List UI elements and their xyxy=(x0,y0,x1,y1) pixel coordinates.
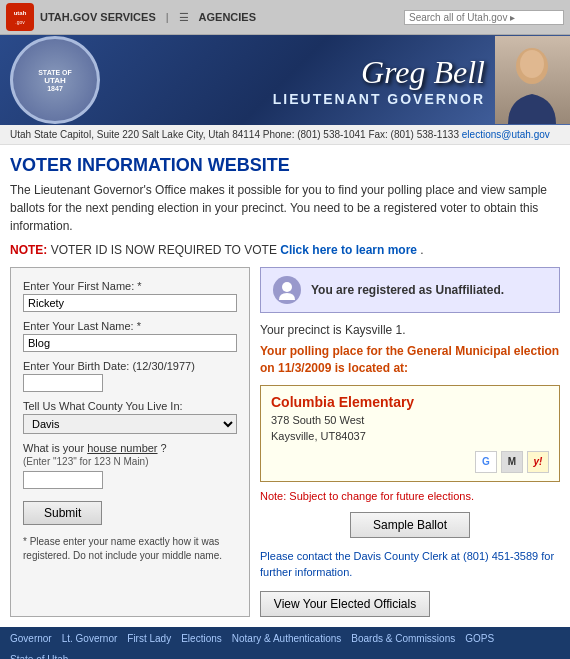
governor-silhouette xyxy=(500,44,565,124)
form-note: * Please enter your name exactly how it … xyxy=(23,535,237,563)
form-panel: Enter Your First Name: * Enter Your Last… xyxy=(10,267,250,617)
footer-lt-governor-link[interactable]: Lt. Governor xyxy=(62,633,118,644)
search-box[interactable] xyxy=(404,10,564,25)
clerk-info: Please contact the Davis County Clerk at… xyxy=(260,548,560,581)
services-link[interactable]: UTAH.GOV SERVICES xyxy=(40,11,156,24)
county-label: Tell Us What County You Live In: xyxy=(23,400,237,412)
school-name: Columbia Elementary xyxy=(271,394,549,410)
title-area: Greg Bell LIEUTENANT GOVERNOR xyxy=(100,54,495,107)
agencies-icon: ☰ xyxy=(179,11,189,24)
svg-rect-0 xyxy=(6,3,34,31)
governor-name: Greg Bell xyxy=(100,54,485,91)
user-icon xyxy=(273,276,301,304)
footer-governor-link[interactable]: Governor xyxy=(10,633,52,644)
house-number-underline: house number xyxy=(87,442,157,454)
house-number-label: What is your house number ? xyxy=(23,442,237,454)
address-line1: 378 South 50 West xyxy=(271,412,549,429)
utah-logo: utah .gov xyxy=(6,3,34,31)
note-period: . xyxy=(420,243,423,257)
learn-more-link[interactable]: Click here to learn more xyxy=(280,243,417,257)
house-number-suffix: ? xyxy=(161,442,167,454)
governor-photo xyxy=(495,36,570,124)
sample-ballot-button[interactable]: Sample Ballot xyxy=(350,512,470,538)
user-silhouette xyxy=(277,280,297,300)
submit-button[interactable]: Submit xyxy=(23,501,102,525)
polling-description: Your polling place for the General Munic… xyxy=(260,343,560,377)
precinct-line: Your precinct is Kaysville 1. xyxy=(260,323,560,337)
footer-state-link[interactable]: State of Utah xyxy=(10,654,68,659)
footer-elections-link[interactable]: Elections xyxy=(181,633,222,644)
nav-links: UTAH.GOV SERVICES | ☰ AGENCIES xyxy=(40,11,404,24)
first-name-label: Enter Your First Name: * xyxy=(23,280,237,292)
last-name-input[interactable] xyxy=(23,334,237,352)
utah-seal: STATE OF UTAH 1847 xyxy=(10,36,100,124)
view-officials-button[interactable]: View Your Elected Officials xyxy=(260,591,430,617)
svg-point-5 xyxy=(282,282,292,292)
house-number-hint: (Enter "123" for 123 N Main) xyxy=(23,456,237,467)
contact-bar: Utah State Capitol, Suite 220 Salt Lake … xyxy=(0,125,570,145)
note-subject: Note: Subject to change for future elect… xyxy=(260,490,560,502)
svg-text:.gov: .gov xyxy=(15,19,25,25)
governor-title: LIEUTENANT GOVERNOR xyxy=(100,91,485,107)
county-select[interactable]: Davis Salt Lake Utah Weber xyxy=(23,414,237,434)
note-label: NOTE: xyxy=(10,243,47,257)
footer-gops-link[interactable]: GOPS xyxy=(465,633,494,644)
birth-date-input[interactable] xyxy=(23,374,103,392)
footer-notary-link[interactable]: Notary & Authentications xyxy=(232,633,342,644)
page-description: The Lieutenant Governor's Office makes i… xyxy=(0,181,570,243)
location-box: Columbia Elementary 378 South 50 West Ka… xyxy=(260,385,560,482)
yahoo-maps-icon[interactable]: y! xyxy=(527,451,549,473)
address-line2: Kaysville, UT84037 xyxy=(271,428,549,445)
search-input[interactable] xyxy=(409,12,549,23)
agencies-link[interactable]: AGENCIES xyxy=(199,11,256,24)
footer-nav: Governor Lt. Governor First Lady Electio… xyxy=(0,627,570,659)
mapquest-icon[interactable]: M xyxy=(501,451,523,473)
svg-point-4 xyxy=(520,50,544,78)
svg-text:utah: utah xyxy=(14,10,27,16)
footer-boards-link[interactable]: Boards & Commissions xyxy=(351,633,455,644)
footer-first-lady-link[interactable]: First Lady xyxy=(127,633,171,644)
note-text: VOTER ID IS NOW REQUIRED TO VOTE xyxy=(51,243,277,257)
last-name-label: Enter Your Last Name: * xyxy=(23,320,237,332)
map-icons: G M y! xyxy=(271,451,549,473)
main-content: Enter Your First Name: * Enter Your Last… xyxy=(0,267,570,627)
header-banner: STATE OF UTAH 1847 Greg Bell LIEUTENANT … xyxy=(0,35,570,125)
note-bar: NOTE: VOTER ID IS NOW REQUIRED TO VOTE C… xyxy=(0,243,570,267)
birth-date-label: Enter Your Birth Date: (12/30/1977) xyxy=(23,360,237,372)
google-maps-icon[interactable]: G xyxy=(475,451,497,473)
contact-text: Utah State Capitol, Suite 220 Salt Lake … xyxy=(10,129,459,140)
page-title: VOTER INFORMATION WEBSITE xyxy=(0,145,570,181)
status-text: You are registered as Unaffiliated. xyxy=(311,283,504,297)
first-name-input[interactable] xyxy=(23,294,237,312)
contact-email[interactable]: elections@utah.gov xyxy=(462,129,550,140)
status-box: You are registered as Unaffiliated. xyxy=(260,267,560,313)
top-nav: utah .gov UTAH.GOV SERVICES | ☰ AGENCIES xyxy=(0,0,570,35)
results-panel: You are registered as Unaffiliated. Your… xyxy=(260,267,560,617)
house-number-input[interactable] xyxy=(23,471,103,489)
